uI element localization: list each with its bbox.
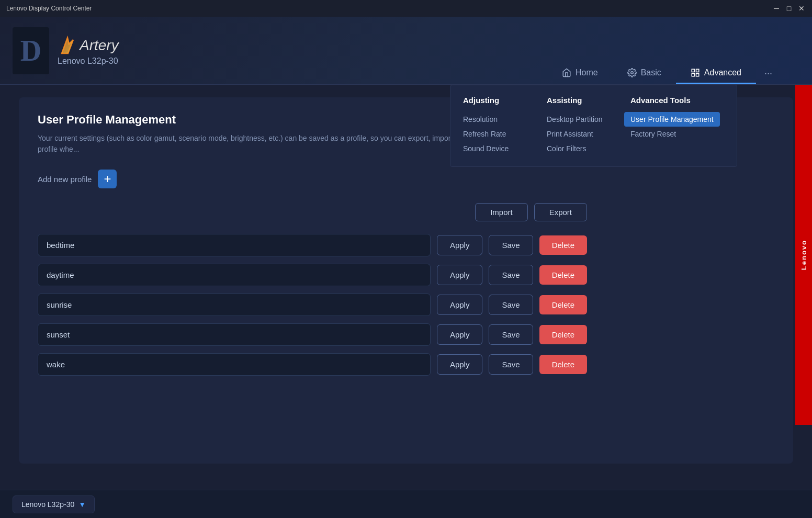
logo-d-box: D (13, 27, 49, 74)
artery-icon (58, 36, 77, 55)
tab-basic[interactable]: Basic (613, 63, 676, 84)
export-button[interactable]: Export (534, 203, 587, 221)
import-export-row: Import Export (38, 203, 587, 221)
grid-icon (691, 68, 700, 77)
lenovo-badge: Lenovo (795, 85, 812, 425)
save-button-4[interactable]: Save (489, 354, 533, 375)
profile-row-0: Apply Save Delete (38, 234, 587, 256)
dropdown-item-desktop-partition[interactable]: Desktop Partition (547, 112, 620, 127)
tab-home-label: Home (576, 68, 598, 77)
save-button-0[interactable]: Save (489, 235, 533, 255)
artery-logo: Artery (58, 36, 119, 55)
titlebar: Lenovo Display Control Center ─ □ ✕ (0, 0, 812, 17)
add-profile-label: Add new profile (38, 175, 92, 184)
apply-button-3[interactable]: Apply (437, 324, 483, 345)
save-button-2[interactable]: Save (489, 295, 533, 315)
dropdown-col-title-assisting: Assisting (547, 96, 620, 105)
device-selector-text: Lenovo L32p-30 (21, 500, 74, 509)
delete-button-0[interactable]: Delete (539, 235, 587, 255)
dropdown-item-refresh-rate[interactable]: Refresh Rate (463, 127, 536, 141)
device-selector[interactable]: Lenovo L32p-30 ▼ (13, 496, 95, 513)
import-button[interactable]: Import (475, 203, 528, 221)
tab-advanced-label: Advanced (704, 68, 741, 77)
more-button[interactable]: ··· (756, 63, 781, 84)
profile-row-3: Apply Save Delete (38, 323, 587, 346)
apply-button-1[interactable]: Apply (437, 265, 483, 285)
profile-row-4: Apply Save Delete (38, 353, 587, 376)
dropdown-col-title-advanced-tools: Advanced Tools (630, 96, 714, 105)
minimize-button[interactable]: ─ (772, 4, 781, 13)
delete-button-3[interactable]: Delete (539, 325, 587, 344)
maximize-button[interactable]: □ (785, 4, 793, 13)
profile-input-2[interactable] (38, 294, 431, 316)
tab-home[interactable]: Home (547, 63, 613, 84)
page-description: Your current settings (such as color gam… (38, 133, 509, 155)
advanced-dropdown: Adjusting Resolution Refresh Rate Sound … (450, 85, 737, 167)
logo-area: D Artery Lenovo L32p-30 (13, 27, 119, 74)
dropdown-col-assisting: Assisting Desktop Partition Print Assist… (547, 96, 620, 156)
dropdown-item-sound-device[interactable]: Sound Device (463, 141, 536, 156)
profile-row-1: Apply Save Delete (38, 264, 587, 286)
profile-input-3[interactable] (38, 323, 431, 346)
svg-rect-3 (692, 69, 694, 72)
chevron-down-icon: ▼ (78, 500, 86, 509)
svg-rect-4 (696, 69, 698, 72)
svg-point-2 (630, 72, 633, 74)
dropdown-item-user-profile-management[interactable]: User Profile Management (624, 112, 720, 127)
dropdown-col-title-adjusting: Adjusting (463, 96, 536, 105)
dropdown-item-print-assistant[interactable]: Print Assistant (547, 127, 620, 141)
add-profile-button[interactable]: + (98, 170, 117, 188)
save-button-3[interactable]: Save (489, 324, 533, 345)
profile-input-1[interactable] (38, 264, 431, 286)
dropdown-item-resolution[interactable]: Resolution (463, 112, 536, 127)
header: D Artery Lenovo L32p-30 (0, 17, 812, 85)
delete-button-1[interactable]: Delete (539, 265, 587, 285)
logo-d-letter: D (20, 34, 41, 67)
dropdown-col-advanced-tools: Advanced Tools User Profile Management F… (630, 96, 714, 156)
apply-button-4[interactable]: Apply (437, 354, 483, 375)
profile-input-0[interactable] (38, 234, 431, 256)
header-device-name: Lenovo L32p-30 (58, 57, 119, 66)
close-button[interactable]: ✕ (797, 4, 806, 13)
svg-rect-5 (692, 74, 694, 76)
brand-name: Artery (80, 37, 119, 54)
home-icon (562, 68, 571, 77)
delete-button-2[interactable]: Delete (539, 295, 587, 314)
window-controls: ─ □ ✕ (772, 4, 806, 13)
save-button-1[interactable]: Save (489, 265, 533, 285)
profile-input-4[interactable] (38, 353, 431, 376)
delete-button-4[interactable]: Delete (539, 355, 587, 374)
svg-rect-6 (696, 74, 698, 76)
dropdown-item-color-filters[interactable]: Color Filters (547, 141, 620, 156)
apply-button-2[interactable]: Apply (437, 295, 483, 315)
tab-basic-label: Basic (641, 68, 661, 77)
app-title: Lenovo Display Control Center (6, 5, 92, 12)
nav-tabs: Home Basic Advanced ··· (547, 63, 781, 84)
apply-button-0[interactable]: Apply (437, 235, 483, 255)
bottom-bar: Lenovo L32p-30 ▼ (0, 490, 812, 518)
brand-info: Artery Lenovo L32p-30 (58, 36, 119, 66)
tab-advanced[interactable]: Advanced (676, 63, 756, 84)
gear-icon (627, 68, 637, 77)
dropdown-col-adjusting: Adjusting Resolution Refresh Rate Sound … (463, 96, 536, 156)
dropdown-item-factory-reset[interactable]: Factory Reset (630, 127, 714, 141)
lenovo-badge-text: Lenovo (800, 240, 808, 270)
add-profile-row: Add new profile + (38, 170, 774, 188)
profile-row-2: Apply Save Delete (38, 294, 587, 316)
